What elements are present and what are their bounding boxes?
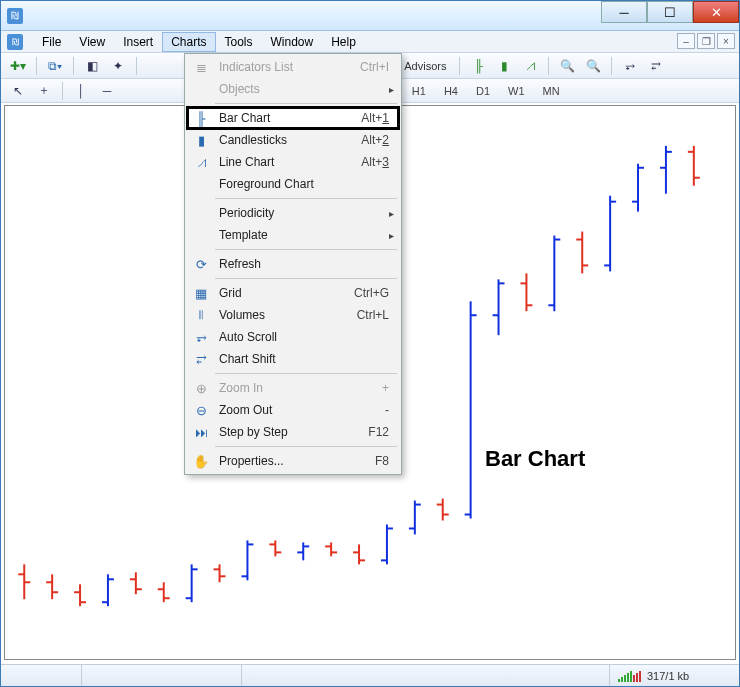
mdi-restore-button[interactable]: ❐ xyxy=(697,33,715,49)
app-window: ₪ ─ ☐ ✕ ₪ File View Insert Charts Tools … xyxy=(0,0,740,687)
menu-item-refresh[interactable]: ⟳Refresh xyxy=(187,253,399,275)
menubar: ₪ File View Insert Charts Tools Window H… xyxy=(1,31,739,53)
menu-separator xyxy=(215,446,397,447)
new-chart-button[interactable]: ✚▾ xyxy=(7,56,29,76)
ohlc-bar xyxy=(186,564,198,602)
maximize-button[interactable]: ☐ xyxy=(647,1,693,23)
ohlc-bar xyxy=(74,584,86,606)
menu-item-shortcut: Ctrl+G xyxy=(349,286,399,300)
menu-item-shortcut: Alt+2 xyxy=(349,133,399,147)
status-seg-3 xyxy=(241,665,609,686)
menu-item-volumes[interactable]: ⫴VolumesCtrl+L xyxy=(187,304,399,326)
app-icon: ₪ xyxy=(7,8,23,24)
minimize-button[interactable]: ─ xyxy=(601,1,647,23)
ohlc-bar xyxy=(632,164,644,212)
profiles-button[interactable]: ⧉▾ xyxy=(44,56,66,76)
line-chart-button[interactable]: ⩘ xyxy=(519,56,541,76)
close-button[interactable]: ✕ xyxy=(693,1,739,23)
ohlc-bar xyxy=(381,524,393,564)
mdi-controls: – ❐ × xyxy=(677,33,735,49)
tf-w1[interactable]: W1 xyxy=(501,82,532,100)
menu-separator xyxy=(215,249,397,250)
menu-window[interactable]: Window xyxy=(262,32,323,52)
menu-item-zoom-in: ⊕Zoom In+ xyxy=(187,377,399,399)
menu-item-candlesticks[interactable]: ▮CandlesticksAlt+2 xyxy=(187,129,399,151)
horizontal-line-button[interactable]: ─ xyxy=(96,81,118,101)
menu-item-label: Zoom In xyxy=(213,381,349,395)
ohlc-bar xyxy=(353,544,365,564)
menu-item-template[interactable]: Template▸ xyxy=(187,224,399,246)
menu-item-indicators-list: ≣Indicators ListCtrl+I xyxy=(187,56,399,78)
menu-item-shortcut: Ctrl+I xyxy=(349,60,399,74)
menu-item-bar-chart[interactable]: ╟Bar ChartAlt+1 xyxy=(187,107,399,129)
menu-item-auto-scroll[interactable]: ⥅Auto Scroll xyxy=(187,326,399,348)
menu-charts[interactable]: Charts xyxy=(162,32,215,52)
menu-view[interactable]: View xyxy=(70,32,114,52)
menu-item-shortcut: F8 xyxy=(349,454,399,468)
market-watch-button[interactable]: ◧ xyxy=(81,56,103,76)
ohlc-bar xyxy=(325,542,337,556)
menu-item-shortcut: Alt+1 xyxy=(349,111,399,125)
window-controls: ─ ☐ ✕ xyxy=(601,1,739,23)
menu-item-properties[interactable]: ✋Properties...F8 xyxy=(187,450,399,472)
mdi-minimize-button[interactable]: – xyxy=(677,33,695,49)
mdi-close-button[interactable]: × xyxy=(717,33,735,49)
submenu-arrow-icon: ▸ xyxy=(383,230,399,241)
ohlc-bar xyxy=(437,499,449,521)
menu-separator xyxy=(215,103,397,104)
menu-item-grid[interactable]: ▦GridCtrl+G xyxy=(187,282,399,304)
autoscroll-button[interactable]: ⥅ xyxy=(619,56,641,76)
menu-insert[interactable]: Insert xyxy=(114,32,162,52)
tf-h4[interactable]: H4 xyxy=(437,82,465,100)
menu-item-chart-shift[interactable]: ⥂Chart Shift xyxy=(187,348,399,370)
cursor-button[interactable]: ↖ xyxy=(7,81,29,101)
chartshift-button[interactable]: ⥂ xyxy=(645,56,667,76)
tf-mn[interactable]: MN xyxy=(536,82,567,100)
tf-h1[interactable]: H1 xyxy=(405,82,433,100)
bar-chart-button[interactable]: ╟ xyxy=(467,56,489,76)
menu-item-label: Volumes xyxy=(213,308,349,322)
menu-item-label: Indicators List xyxy=(213,60,349,74)
ohlc-bar xyxy=(576,232,588,274)
ohlc-bar xyxy=(409,501,421,535)
candlestick-icon: ▮ xyxy=(189,133,213,148)
menu-item-label: Template xyxy=(213,228,383,242)
ohlc-bar xyxy=(102,574,114,606)
menu-file[interactable]: File xyxy=(33,32,70,52)
menu-item-step-by-step[interactable]: ⏭Step by StepF12 xyxy=(187,421,399,443)
status-connection: 317/1 kb xyxy=(609,665,739,686)
chartshift-icon: ⥂ xyxy=(189,352,213,367)
zoom-out-button[interactable]: 🔍 xyxy=(582,56,604,76)
statusbar: 317/1 kb xyxy=(1,664,739,686)
zoom-in-icon: ⊕ xyxy=(189,381,213,396)
ohlc-bar xyxy=(604,196,616,272)
ohlc-bar xyxy=(241,540,253,580)
menu-item-label: Objects xyxy=(213,82,383,96)
vertical-line-button[interactable]: │ xyxy=(70,81,92,101)
mdi-icon: ₪ xyxy=(7,34,23,50)
menu-tools[interactable]: Tools xyxy=(216,32,262,52)
menu-item-label: Grid xyxy=(213,286,349,300)
crosshair-button[interactable]: ＋ xyxy=(33,81,55,101)
zoom-in-button[interactable]: 🔍 xyxy=(556,56,578,76)
ohlc-bar xyxy=(493,279,505,335)
ohlc-bar xyxy=(465,301,477,518)
volumes-icon: ⫴ xyxy=(189,307,213,323)
line-chart-icon: ⩘ xyxy=(189,155,213,170)
navigator-button[interactable]: ✦ xyxy=(107,56,129,76)
menu-item-label: Properties... xyxy=(213,454,349,468)
submenu-arrow-icon: ▸ xyxy=(383,84,399,95)
candlestick-button[interactable]: ▮ xyxy=(493,56,515,76)
status-seg-1 xyxy=(1,665,81,686)
menu-item-periodicity[interactable]: Periodicity▸ xyxy=(187,202,399,224)
menu-item-zoom-out[interactable]: ⊖Zoom Out- xyxy=(187,399,399,421)
menu-item-label: Bar Chart xyxy=(213,111,349,125)
ohlc-bar xyxy=(214,564,226,582)
menu-item-line-chart[interactable]: ⩘Line ChartAlt+3 xyxy=(187,151,399,173)
tf-d1[interactable]: D1 xyxy=(469,82,497,100)
menu-item-foreground-chart[interactable]: Foreground Chart xyxy=(187,173,399,195)
titlebar: ₪ ─ ☐ ✕ xyxy=(1,1,739,31)
autoscroll-icon: ⥅ xyxy=(189,330,213,345)
menu-help[interactable]: Help xyxy=(322,32,365,52)
menu-separator xyxy=(215,198,397,199)
